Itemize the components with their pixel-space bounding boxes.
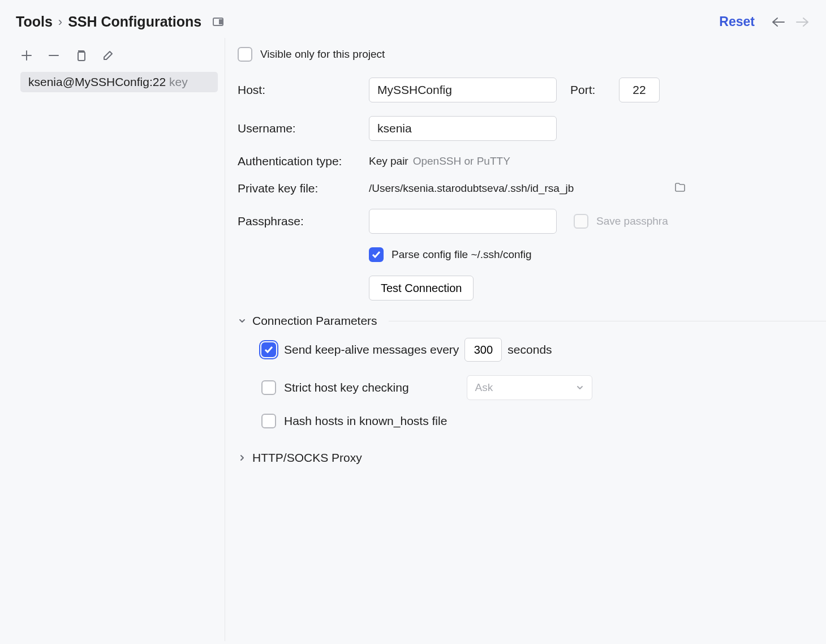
visible-only-checkbox[interactable] [238,47,252,62]
add-icon[interactable] [19,48,34,63]
keep-alive-checkbox[interactable] [261,342,276,357]
strict-host-select[interactable]: Ask [467,375,592,400]
keep-alive-label-after: seconds [507,343,552,357]
parse-config-checkbox[interactable] [369,247,384,262]
passphrase-input[interactable] [369,209,557,234]
breadcrumb-separator: › [58,15,62,29]
edit-icon[interactable] [101,48,115,63]
strict-host-select-value: Ask [475,381,493,394]
visible-only-label: Visible only for this project [260,48,385,61]
connection-params-title: Connection Parameters [252,314,377,328]
host-input[interactable] [369,78,557,102]
private-key-input[interactable]: /Users/ksenia.starodubtseva/.ssh/id_rsa_… [369,182,686,195]
parse-config-label: Parse config file ~/.ssh/config [392,248,532,261]
auth-type-select[interactable]: Key pair OpenSSH or PuTTY [369,155,686,168]
keep-alive-label-before: Send keep-alive messages every [284,343,459,357]
auth-type-label: Authentication type: [238,154,369,168]
remove-icon[interactable] [46,48,61,63]
chevron-down-icon [238,316,247,325]
chevron-down-icon [576,384,584,392]
keep-alive-input[interactable] [464,338,502,362]
connection-params-header[interactable]: Connection Parameters [238,314,826,328]
project-scope-icon [213,18,223,26]
config-item-suffix: key [169,75,188,89]
test-connection-button[interactable]: Test Connection [369,276,474,300]
host-label: Host: [238,83,369,97]
nav-forward-button [795,16,810,28]
save-passphrase-checkbox [574,214,588,229]
breadcrumb-page: SSH Configurations [68,14,201,30]
form-panel: Visible only for this project Host: Port… [225,38,826,641]
breadcrumb-root[interactable]: Tools [16,14,53,30]
strict-host-label: Strict host key checking [284,381,409,394]
chevron-right-icon [238,453,247,462]
config-item-label: ksenia@MySSHConfig:22 [28,75,166,89]
reset-button[interactable]: Reset [719,14,755,29]
folder-icon[interactable] [674,182,686,195]
copy-icon[interactable] [74,48,88,63]
username-label: Username: [238,122,369,135]
proxy-title: HTTP/SOCKS Proxy [252,451,362,465]
username-input[interactable] [369,116,557,141]
port-input[interactable] [619,78,660,102]
private-key-value: /Users/ksenia.starodubtseva/.ssh/id_rsa_… [369,182,676,195]
port-label: Port: [570,83,619,97]
config-list-item[interactable]: ksenia@MySSHConfig:22 key [20,72,218,92]
save-passphrase-label: Save passphra [596,215,668,227]
passphrase-label: Passphrase: [238,214,369,228]
proxy-header[interactable]: HTTP/SOCKS Proxy [238,451,826,465]
breadcrumb: Tools › SSH Configurations [16,14,223,30]
hash-hosts-checkbox[interactable] [261,414,276,428]
strict-host-checkbox[interactable] [261,380,276,395]
auth-type-value: Key pair [369,155,408,168]
private-key-label: Private key file: [238,182,369,195]
auth-type-hint: OpenSSH or PuTTY [413,155,510,168]
section-divider [389,321,826,321]
hash-hosts-label: Hash hosts in known_hosts file [284,414,447,428]
nav-back-button[interactable] [771,16,785,28]
svg-rect-0 [78,52,85,61]
sidebar: ksenia@MySSHConfig:22 key [0,38,225,641]
